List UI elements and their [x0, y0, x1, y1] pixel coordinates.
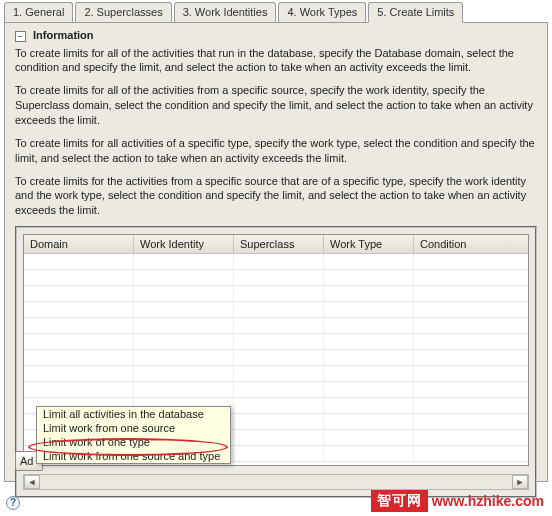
menu-limit-one-source[interactable]: Limit work from one source	[37, 421, 230, 435]
help-icon[interactable]: ?	[6, 496, 20, 510]
table-row[interactable]	[24, 366, 528, 382]
info-paragraph-4: To create limits for the activities from…	[15, 174, 537, 219]
tab-general[interactable]: 1. General	[4, 2, 73, 22]
scroll-left-icon[interactable]: ◄	[24, 475, 40, 489]
watermark: 智可网 www.hzhike.com	[371, 490, 544, 512]
info-paragraph-1: To create limits for all of the activiti…	[15, 46, 537, 76]
tab-bar: 1. General 2. Superclasses 3. Work Ident…	[4, 2, 552, 22]
col-condition[interactable]: Condition	[414, 235, 528, 253]
collapse-toggle-icon[interactable]: −	[15, 31, 26, 42]
info-paragraph-2: To create limits for all of the activiti…	[15, 83, 537, 128]
table-row[interactable]	[24, 286, 528, 302]
watermark-badge: 智可网	[371, 490, 428, 512]
horizontal-scrollbar[interactable]: ◄ ►	[23, 474, 529, 490]
tab-work-identities[interactable]: 3. Work Identities	[174, 2, 277, 22]
table-row[interactable]	[24, 254, 528, 270]
tab-superclasses[interactable]: 2. Superclasses	[75, 2, 171, 22]
table-row[interactable]	[24, 334, 528, 350]
table-row[interactable]	[24, 382, 528, 398]
tab-create-limits[interactable]: 5. Create Limits	[368, 2, 463, 23]
table-row[interactable]	[24, 270, 528, 286]
watermark-url: www.hzhike.com	[432, 493, 544, 509]
col-work-identity[interactable]: Work Identity	[134, 235, 234, 253]
table-row[interactable]	[24, 302, 528, 318]
menu-limit-all-activities[interactable]: Limit all activities in the database	[37, 407, 230, 421]
menu-limit-one-type[interactable]: Limit work of one type	[37, 435, 230, 449]
menu-limit-source-and-type[interactable]: Limit work from one source and type	[37, 449, 230, 463]
info-paragraph-3: To create limits for all activities of a…	[15, 136, 537, 166]
table-row[interactable]	[24, 350, 528, 366]
info-heading: Information	[33, 29, 94, 41]
info-section: − Information To create limits for all o…	[15, 29, 537, 218]
tab-work-types[interactable]: 4. Work Types	[278, 2, 366, 22]
col-work-type[interactable]: Work Type	[324, 235, 414, 253]
add-menu-popup: Limit all activities in the database Lim…	[36, 406, 231, 464]
grid-header-row: Domain Work Identity Superclass Work Typ…	[24, 235, 528, 254]
col-domain[interactable]: Domain	[24, 235, 134, 253]
scroll-track[interactable]	[40, 475, 512, 489]
col-superclass[interactable]: Superclass	[234, 235, 324, 253]
scroll-right-icon[interactable]: ►	[512, 475, 528, 489]
table-row[interactable]	[24, 318, 528, 334]
